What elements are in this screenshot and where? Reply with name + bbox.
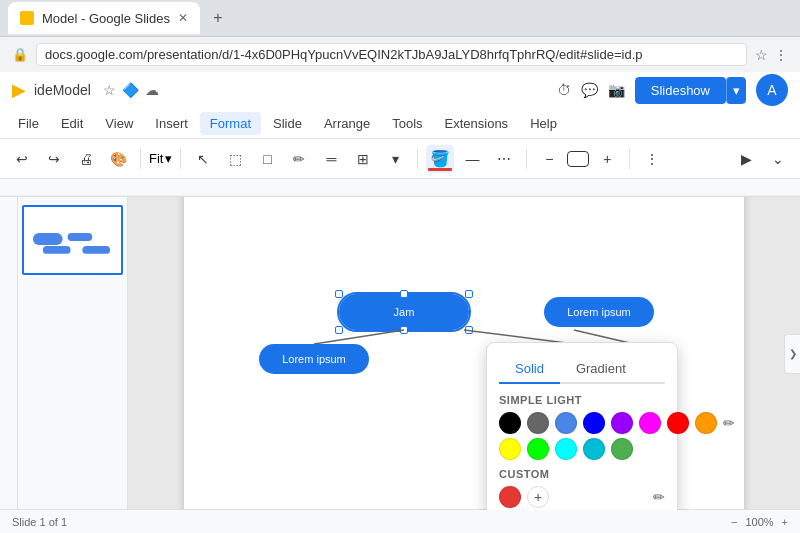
simple-light-row: ✏: [499, 412, 665, 434]
slideshow-button-group[interactable]: Slideshow ▾: [635, 77, 746, 104]
menu-help[interactable]: Help: [520, 112, 567, 135]
new-tab-button[interactable]: +: [204, 4, 232, 32]
color-yellow[interactable]: [499, 438, 521, 460]
add-color-button[interactable]: +: [527, 486, 549, 508]
address-bar[interactable]: docs.google.com/presentation/d/1-4x6D0PH…: [36, 43, 747, 66]
color-red[interactable]: [667, 412, 689, 434]
handle-tr[interactable]: [465, 290, 473, 298]
color-teal[interactable]: [583, 438, 605, 460]
handle-tm[interactable]: [400, 290, 408, 298]
zoom-out-button[interactable]: −: [731, 516, 737, 528]
slideshow-button[interactable]: Slideshow: [635, 77, 726, 104]
custom-color-row: + ✏: [499, 486, 665, 508]
pen-button[interactable]: ✏: [285, 145, 313, 173]
zoom-area[interactable]: Fit ▾: [149, 151, 172, 166]
drive-icon[interactable]: 🔷: [122, 82, 139, 98]
bookmark-icon[interactable]: ☆: [755, 47, 768, 63]
menu-file[interactable]: File: [8, 112, 49, 135]
handle-br[interactable]: [465, 326, 473, 334]
dropdown-button[interactable]: ▾: [381, 145, 409, 173]
lock-icon: 🔒: [12, 47, 28, 62]
text-align-button[interactable]: ▶: [732, 145, 760, 173]
shape-options-button[interactable]: ⋯: [490, 145, 518, 173]
separator-1: [140, 149, 141, 169]
history-icon[interactable]: ⏱: [557, 82, 571, 98]
custom-label: CUSTOM: [499, 468, 665, 480]
shape-lorem-1[interactable]: Lorem ipsum: [259, 344, 369, 374]
color-blue2[interactable]: [583, 412, 605, 434]
bottom-right: − 100% +: [731, 516, 788, 528]
color-black[interactable]: [499, 412, 521, 434]
more-button[interactable]: ⋮: [638, 145, 666, 173]
fill-color-button[interactable]: 🪣: [426, 145, 454, 173]
edit-theme-icon[interactable]: ✏: [723, 415, 735, 431]
tab-solid[interactable]: Solid: [499, 355, 560, 384]
menu-insert[interactable]: Insert: [145, 112, 198, 135]
shape-button[interactable]: □: [253, 145, 281, 173]
shape-lorem-2[interactable]: Lorem ipsum: [544, 297, 654, 327]
zoom-dropdown-icon[interactable]: ▾: [165, 151, 172, 166]
browser-tab[interactable]: Model - Google Slides ✕: [8, 2, 200, 34]
separator-4: [526, 149, 527, 169]
select-button[interactable]: ⬚: [221, 145, 249, 173]
redo-button[interactable]: ↪: [40, 145, 68, 173]
slide-thumbnail-1[interactable]: [22, 205, 123, 275]
table-button[interactable]: ⊞: [349, 145, 377, 173]
handle-bm[interactable]: [400, 326, 408, 334]
comment-icon[interactable]: 💬: [581, 82, 598, 98]
color-cyan[interactable]: [555, 438, 577, 460]
svg-rect-3: [68, 233, 93, 241]
color-orange[interactable]: [695, 412, 717, 434]
rect-button[interactable]: [567, 151, 589, 167]
color-picker-popup: Solid Gradient SIMPLE LIGHT ✏: [486, 342, 678, 510]
svg-rect-0: [0, 179, 800, 197]
custom-color-swatch[interactable]: [499, 486, 521, 508]
minus-button[interactable]: −: [535, 145, 563, 173]
zoom-label: Fit: [149, 151, 163, 166]
right-sidebar-toggle[interactable]: ❯: [784, 334, 800, 374]
undo-button[interactable]: ↩: [8, 145, 36, 173]
paint-format-button[interactable]: 🎨: [104, 145, 132, 173]
handle-bl[interactable]: [335, 326, 343, 334]
line-button[interactable]: ═: [317, 145, 345, 173]
menu-view[interactable]: View: [95, 112, 143, 135]
shape-jam[interactable]: Jam: [339, 294, 469, 330]
color-purple[interactable]: [611, 412, 633, 434]
slideshow-dropdown-button[interactable]: ▾: [726, 77, 746, 104]
menu-edit[interactable]: Edit: [51, 112, 93, 135]
zoom-in-button[interactable]: +: [782, 516, 788, 528]
tab-gradient[interactable]: Gradient: [560, 355, 642, 384]
color-magenta[interactable]: [639, 412, 661, 434]
arrange-button[interactable]: ⌄: [764, 145, 792, 173]
print-button[interactable]: 🖨: [72, 145, 100, 173]
svg-line-6: [314, 330, 404, 344]
cursor-button[interactable]: ↖: [189, 145, 217, 173]
tab-close-button[interactable]: ✕: [178, 11, 188, 25]
avatar[interactable]: A: [756, 74, 788, 106]
color-green2[interactable]: [611, 438, 633, 460]
vertical-ruler: [0, 197, 18, 510]
handle-tl[interactable]: [335, 290, 343, 298]
menu-slide[interactable]: Slide: [263, 112, 312, 135]
svg-rect-4: [82, 245, 110, 253]
menu-format[interactable]: Format: [200, 112, 261, 135]
main-area: Jam Lorem ipsum Lorem ipsum: [0, 197, 800, 510]
more-options-icon[interactable]: ⋮: [774, 47, 788, 63]
separator-3: [417, 149, 418, 169]
color-green[interactable]: [527, 438, 549, 460]
fill-bucket-icon: 🪣: [430, 149, 450, 168]
camera-icon[interactable]: 📷: [608, 82, 625, 98]
line-color-button[interactable]: —: [458, 145, 486, 173]
star-icon[interactable]: ☆: [103, 82, 116, 98]
menu-tools[interactable]: Tools: [382, 112, 432, 135]
menu-arrange[interactable]: Arrange: [314, 112, 380, 135]
menu-extensions[interactable]: Extensions: [435, 112, 519, 135]
color-gray[interactable]: [527, 412, 549, 434]
tab-favicon: [20, 11, 34, 25]
canvas-area: Jam Lorem ipsum Lorem ipsum: [128, 197, 800, 510]
svg-rect-2: [33, 233, 63, 245]
color-blue1[interactable]: [555, 412, 577, 434]
cloud-icon[interactable]: ☁: [145, 82, 159, 98]
edit-custom-icon[interactable]: ✏: [653, 489, 665, 505]
plus-button[interactable]: +: [593, 145, 621, 173]
